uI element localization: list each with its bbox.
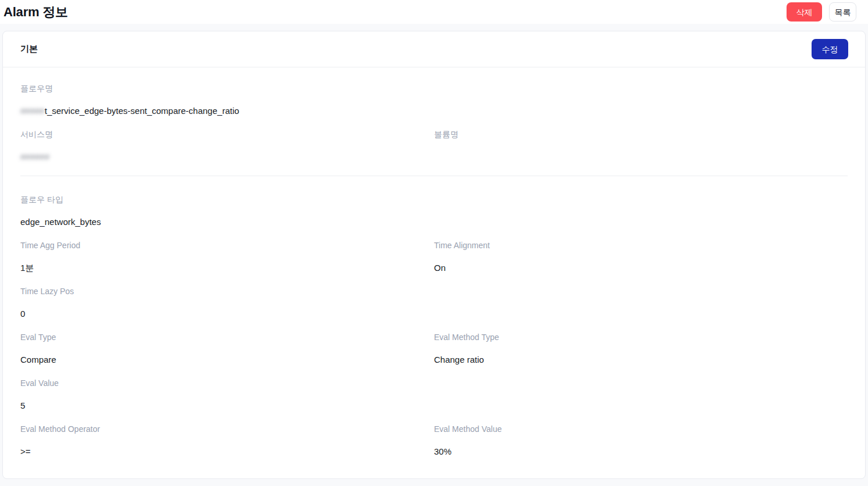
eval-type-label: Eval Type [20,333,434,342]
time-lazy-pos-label: Time Lazy Pos [20,287,848,296]
time-alignment-value: On [434,263,848,273]
field-eval-method-operator: Eval Method Operator >= [20,424,434,456]
eval-method-value-value: 30% [434,447,848,456]
content-area: 기본 수정 플로우명 #####t_service_edge-bytes-sen… [0,24,868,486]
time-agg-period-value: 1분 [20,263,434,273]
time-alignment-label: Time Alignment [434,241,848,250]
field-time-lazy-pos: Time Lazy Pos 0 [20,287,848,319]
top-actions: 삭제 목록 [787,2,856,22]
field-eval-type: Eval Type Compare [20,333,434,364]
volume-name-label: 볼륨명 [434,130,848,139]
field-volume-name: 볼륨명 [434,130,848,162]
service-name-label: 서비스명 [20,130,434,139]
flow-name-label: 플로우명 [20,84,848,93]
flow-type-label: 플로우 타입 [20,195,848,204]
card-body: 플로우명 #####t_service_edge-bytes-sent_comp… [3,67,865,470]
top-header-bar: Alarm 정보 삭제 목록 [0,0,868,24]
field-grid-bottom: 플로우 타입 edge_network_bytes Time Agg Perio… [20,195,848,470]
eval-method-operator-value: >= [20,447,434,456]
field-eval-method-type: Eval Method Type Change ratio [434,333,848,364]
field-eval-method-value: Eval Method Value 30% [434,424,848,456]
eval-method-value-label: Eval Method Value [434,424,848,434]
field-flow-type: 플로우 타입 edge_network_bytes [20,195,848,227]
card-header: 기본 수정 [3,31,865,67]
eval-value-value: 5 [20,401,848,410]
field-time-alignment: Time Alignment On [434,241,848,273]
field-eval-value: Eval Value 5 [20,378,848,410]
volume-name-value [434,152,848,162]
eval-value-label: Eval Value [20,378,848,388]
field-service-name: 서비스명 ###### [20,130,434,162]
section-divider [20,176,848,176]
flow-name-value: #####t_service_edge-bytes-sent_compare-c… [20,106,848,116]
eval-method-type-label: Eval Method Type [434,333,848,342]
redacted-text: ##### [20,106,45,116]
field-grid-top: 플로우명 #####t_service_edge-bytes-sent_comp… [20,84,848,176]
flow-type-value: edge_network_bytes [20,217,848,227]
service-name-value: ###### [20,152,434,162]
eval-method-type-value: Change ratio [434,355,848,364]
flow-name-visible-text: t_service_edge-bytes-sent_compare-change… [45,106,239,116]
time-agg-period-label: Time Agg Period [20,241,434,250]
time-lazy-pos-value: 0 [20,309,848,319]
card-title: 기본 [20,44,38,55]
edit-button[interactable]: 수정 [812,39,848,59]
list-button[interactable]: 목록 [829,2,856,22]
page-title: Alarm 정보 [3,3,68,21]
basic-info-card: 기본 수정 플로우명 #####t_service_edge-bytes-sen… [2,31,866,479]
delete-button[interactable]: 삭제 [787,2,822,22]
field-time-agg-period: Time Agg Period 1분 [20,241,434,273]
redacted-text: ###### [20,152,49,162]
eval-type-value: Compare [20,355,434,364]
field-flow-name: 플로우명 #####t_service_edge-bytes-sent_comp… [20,84,848,116]
eval-method-operator-label: Eval Method Operator [20,424,434,434]
